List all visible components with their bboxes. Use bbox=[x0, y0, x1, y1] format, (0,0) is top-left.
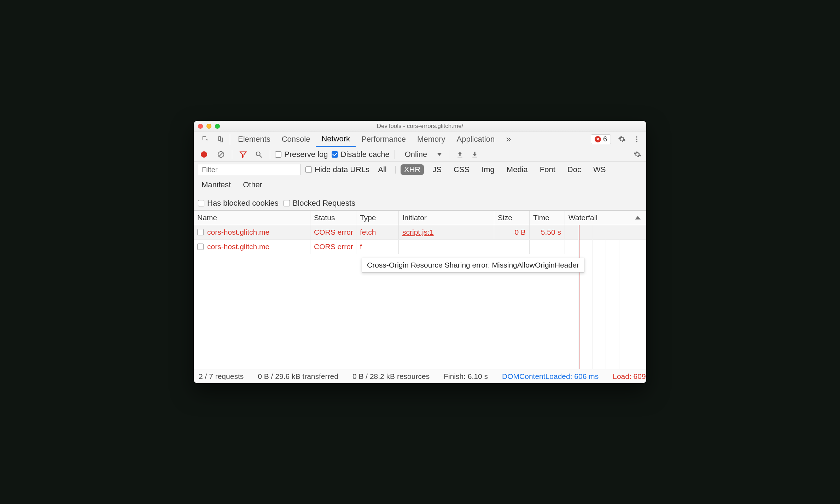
blocked-requests-label: Blocked Requests bbox=[293, 199, 355, 208]
status-tooltip: Cross-Origin Resource Sharing error: Mis… bbox=[362, 258, 584, 272]
cell-waterfall bbox=[565, 240, 646, 254]
search-icon[interactable] bbox=[253, 151, 265, 158]
status-requests: 2 / 7 requests bbox=[199, 372, 244, 381]
error-count: 6 bbox=[603, 135, 607, 143]
hide-data-urls-checkbox[interactable]: Hide data URLs bbox=[305, 165, 369, 174]
devtools-window: DevTools - cors-errors.glitch.me/ Elemen… bbox=[194, 121, 646, 383]
status-bar: 2 / 7 requests 0 B / 29.6 kB transferred… bbox=[194, 369, 646, 383]
status-load: Load: 609 bbox=[613, 372, 646, 381]
initiator-link[interactable]: script.js:1 bbox=[402, 228, 434, 236]
filter-type-xhr[interactable]: XHR bbox=[401, 164, 424, 175]
filter-type-media[interactable]: Media bbox=[503, 164, 531, 175]
filter-type-img[interactable]: Img bbox=[478, 164, 498, 175]
preserve-log-checkbox[interactable]: Preserve log bbox=[275, 150, 328, 159]
table-body: cors-host.glitch.me CORS error fetch scr… bbox=[194, 225, 646, 369]
cell-size bbox=[494, 240, 530, 254]
settings-gear-icon[interactable] bbox=[614, 131, 629, 147]
filter-type-manifest[interactable]: Manifest bbox=[198, 180, 234, 190]
throttling-select[interactable]: Online bbox=[400, 150, 444, 159]
filter-type-ws[interactable]: WS bbox=[590, 164, 609, 175]
table-row[interactable]: cors-host.glitch.me CORS error fetch scr… bbox=[194, 225, 646, 240]
toggle-device-toolbar-icon[interactable] bbox=[213, 131, 228, 147]
network-table: Name Status Type Initiator Size Time Wat… bbox=[194, 210, 646, 369]
titlebar: DevTools - cors-errors.glitch.me/ bbox=[194, 121, 646, 131]
svg-line-6 bbox=[260, 155, 262, 157]
filter-bar: Hide data URLs All XHR JS CSS Img Media … bbox=[194, 162, 646, 210]
more-options-icon[interactable] bbox=[629, 131, 644, 147]
network-settings-icon[interactable] bbox=[631, 151, 643, 158]
export-har-icon[interactable] bbox=[469, 151, 480, 158]
filter-toggle-icon[interactable] bbox=[237, 151, 249, 158]
col-waterfall[interactable]: Waterfall bbox=[565, 211, 646, 225]
request-name: cors-host.glitch.me bbox=[207, 242, 269, 251]
status-resources: 0 B / 28.2 kB resources bbox=[352, 372, 430, 381]
error-count-badge[interactable]: ✕ 6 bbox=[591, 134, 611, 144]
cell-initiator: script.js:1 bbox=[399, 225, 494, 239]
tab-console[interactable]: Console bbox=[276, 131, 316, 147]
file-icon bbox=[197, 244, 204, 250]
status-transferred: 0 B / 29.6 kB transferred bbox=[258, 372, 338, 381]
table-header: Name Status Type Initiator Size Time Wat… bbox=[194, 210, 646, 225]
cell-time bbox=[530, 240, 565, 254]
clear-button[interactable] bbox=[215, 151, 227, 158]
blocked-requests-checkbox[interactable]: Blocked Requests bbox=[284, 199, 355, 208]
disable-cache-label: Disable cache bbox=[341, 150, 390, 159]
cell-size: 0 B bbox=[494, 225, 530, 239]
svg-point-1 bbox=[636, 139, 637, 140]
checkbox-icon bbox=[305, 166, 312, 173]
cell-type: f bbox=[356, 240, 399, 254]
import-har-icon[interactable] bbox=[454, 151, 466, 158]
col-time[interactable]: Time bbox=[530, 211, 565, 225]
cell-status: CORS error bbox=[310, 225, 356, 239]
filter-type-all[interactable]: All bbox=[374, 164, 390, 175]
cell-name: cors-host.glitch.me bbox=[194, 225, 310, 239]
cell-waterfall bbox=[565, 225, 646, 239]
sort-ascending-icon bbox=[635, 216, 641, 219]
disable-cache-checkbox[interactable]: Disable cache bbox=[332, 150, 390, 159]
checkbox-icon bbox=[275, 151, 281, 158]
hide-data-urls-label: Hide data URLs bbox=[315, 165, 369, 174]
col-type[interactable]: Type bbox=[356, 211, 399, 225]
record-button[interactable] bbox=[197, 151, 211, 158]
request-name: cors-host.glitch.me bbox=[207, 228, 269, 236]
filter-type-doc[interactable]: Doc bbox=[564, 164, 585, 175]
filter-input[interactable] bbox=[198, 164, 301, 175]
col-initiator[interactable]: Initiator bbox=[399, 211, 494, 225]
col-waterfall-label: Waterfall bbox=[568, 213, 597, 222]
cell-status: CORS error bbox=[310, 240, 356, 254]
chevron-down-icon bbox=[437, 153, 442, 156]
cell-name: cors-host.glitch.me bbox=[194, 240, 310, 254]
has-blocked-cookies-label: Has blocked cookies bbox=[207, 199, 279, 208]
col-status[interactable]: Status bbox=[310, 211, 356, 225]
main-tabs: Elements Console Network Performance Mem… bbox=[194, 131, 646, 147]
filter-type-css[interactable]: CSS bbox=[450, 164, 473, 175]
has-blocked-cookies-checkbox[interactable]: Has blocked cookies bbox=[198, 199, 279, 208]
col-size[interactable]: Size bbox=[494, 211, 530, 225]
record-icon bbox=[201, 151, 207, 158]
throttling-value: Online bbox=[400, 150, 430, 159]
inspect-element-icon[interactable] bbox=[198, 131, 213, 147]
separator bbox=[395, 166, 396, 174]
tab-application[interactable]: Application bbox=[451, 131, 501, 147]
tab-performance[interactable]: Performance bbox=[356, 131, 412, 147]
svg-point-5 bbox=[256, 152, 260, 156]
table-row[interactable]: cors-host.glitch.me CORS error f bbox=[194, 240, 646, 254]
tab-network[interactable]: Network bbox=[316, 131, 356, 147]
tab-elements[interactable]: Elements bbox=[232, 131, 276, 147]
cell-time: 5.50 s bbox=[530, 225, 565, 239]
window-title: DevTools - cors-errors.glitch.me/ bbox=[194, 123, 646, 130]
checkbox-icon bbox=[284, 200, 290, 206]
preserve-log-label: Preserve log bbox=[284, 150, 328, 159]
network-toolbar: Preserve log Disable cache Online bbox=[194, 147, 646, 162]
filter-type-font[interactable]: Font bbox=[536, 164, 559, 175]
tabs-overflow-button[interactable]: » bbox=[500, 131, 517, 147]
svg-point-2 bbox=[636, 141, 637, 142]
filter-type-other[interactable]: Other bbox=[239, 180, 266, 190]
separator bbox=[230, 134, 230, 145]
tab-memory[interactable]: Memory bbox=[412, 131, 451, 147]
col-name[interactable]: Name bbox=[194, 211, 310, 225]
error-icon: ✕ bbox=[595, 136, 601, 142]
filter-type-js[interactable]: JS bbox=[429, 164, 445, 175]
status-dcl: DOMContentLoaded: 606 ms bbox=[502, 372, 599, 381]
checkbox-checked-icon bbox=[332, 151, 338, 158]
